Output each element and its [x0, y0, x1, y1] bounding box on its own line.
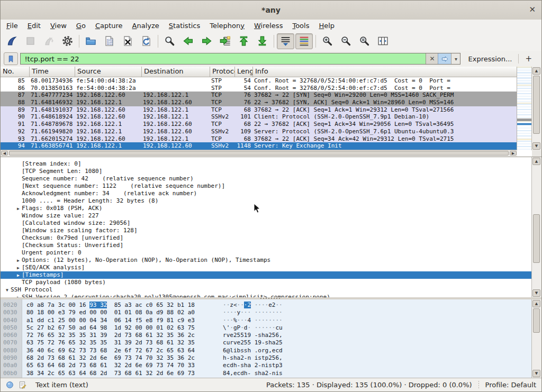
hex-row[interactable]: 009068 2d 73 68 61 32 2d 6e 69 73 74 70 …: [1, 354, 532, 362]
capture-restart-button[interactable]: [40, 33, 58, 49]
menu-capture[interactable]: Capture: [91, 21, 128, 31]
packet-row[interactable]: 9171.648789678192.168.122.1192.168.122.6…: [1, 121, 517, 128]
capture-stop-button[interactable]: [22, 33, 39, 49]
menu-help[interactable]: Help: [314, 21, 339, 31]
scroll-down-icon[interactable]: ▼: [532, 370, 540, 377]
bytes-vscrollbar[interactable]: ▲ ▼: [531, 299, 541, 378]
hex-row[interactable]: 003080 18 00 e3 79 ed 00 00 01 01 08 0a …: [1, 309, 532, 316]
hex-row[interactable]: 0040a1 dd c1 25 00 00 04 34 06 14 f5 e8 …: [1, 317, 532, 324]
scroll-down-icon[interactable]: ▼: [532, 142, 540, 150]
open-file-button[interactable]: [82, 33, 100, 49]
zoom-in-button[interactable]: [319, 33, 336, 49]
filter-clear-icon[interactable]: ✕: [426, 53, 438, 64]
detail-vscroll-thumb[interactable]: [533, 214, 540, 263]
tree-expander-right-icon[interactable]: ▶: [15, 272, 22, 279]
go-forward-button[interactable]: [198, 33, 215, 49]
detail-line[interactable]: Window size value: 227: [1, 212, 532, 220]
packet-row[interactable]: 8871.648146932192.168.122.1192.168.122.6…: [1, 99, 517, 106]
column-header-destination[interactable]: Destination: [142, 67, 210, 77]
column-header-protocol[interactable]: Protocol: [210, 67, 235, 77]
detail-line[interactable]: ▶[Timestamps]: [1, 271, 532, 279]
detail-line[interactable]: ▼SSH Protocol: [1, 286, 532, 294]
packet-row[interactable]: 8568.001734936fe:54:00:d4:38:2aSTP54Conf…: [1, 77, 517, 85]
auto-scroll-button[interactable]: [277, 33, 294, 49]
go-back-button[interactable]: [179, 33, 197, 49]
hex-row[interactable]: 0020c0 a8 7a 3c 00 16 93 32 85 a3 ac c0 …: [1, 302, 532, 309]
hex-row[interactable]: 00b038 34 2c 65 63 64 68 2d 73 68 61 32 …: [1, 370, 532, 377]
packet-list-hscrollbar[interactable]: ◀ ▶: [1, 150, 517, 157]
scroll-up-icon[interactable]: ▲: [532, 158, 540, 165]
packet-row[interactable]: 9471.663856741192.168.122.1192.168.122.6…: [1, 142, 517, 150]
column-header-time[interactable]: Time: [30, 67, 75, 77]
menu-analyze[interactable]: Analyze: [128, 21, 164, 31]
scroll-down-icon[interactable]: ▼: [532, 289, 540, 297]
expert-info-button[interactable]: [6, 381, 14, 389]
scroll-left-icon[interactable]: ◀: [1, 151, 8, 156]
detail-line[interactable]: Urgent pointer: 0: [1, 249, 532, 257]
save-file-button[interactable]: 010101100011: [101, 33, 118, 49]
column-header-no[interactable]: No.: [1, 67, 30, 77]
menu-edit[interactable]: Edit: [23, 21, 46, 31]
packet-row[interactable]: 9371.662015274192.168.122.60192.168.122.…: [1, 135, 517, 143]
detail-line[interactable]: ▶[SEQ/ACK analysis]: [1, 264, 532, 271]
hex-row[interactable]: 008036 40 6c 69 62 73 73 68 2e 6f 72 67 …: [1, 347, 532, 354]
display-filter-field[interactable]: !tcp.port == 22 ✕ ▾: [20, 53, 460, 65]
close-icon[interactable]: ✕: [529, 5, 536, 14]
menu-file[interactable]: File: [2, 21, 23, 31]
capture-options-button[interactable]: [59, 33, 76, 49]
display-filter-input[interactable]: !tcp.port == 22: [21, 55, 426, 63]
go-last-button[interactable]: [254, 33, 271, 49]
expression-button[interactable]: Expression...: [460, 55, 518, 63]
hex-row[interactable]: 00505c 27 b2 67 50 ad 64 98 1d 92 00 00 …: [1, 324, 532, 332]
filter-add-button[interactable]: +: [519, 54, 538, 63]
colorize-button[interactable]: [295, 33, 313, 49]
resize-columns-button[interactable]: [374, 33, 392, 49]
tree-expander-right-icon[interactable]: ▶: [15, 265, 22, 272]
detail-line[interactable]: [TCP Segment Len: 1080]: [1, 168, 532, 175]
detail-line[interactable]: ▶Flags: 0x018 (PSH, ACK): [1, 205, 532, 212]
menu-go[interactable]: Go: [71, 21, 91, 31]
hex-row[interactable]: 00a065 63 64 68 2d 73 68 61 32 2d 6e 69 …: [1, 362, 532, 369]
go-first-button[interactable]: [235, 33, 252, 49]
find-packet-button[interactable]: [161, 33, 178, 49]
status-profile[interactable]: Profile: Default: [485, 381, 536, 389]
reload-file-button[interactable]: [138, 33, 155, 49]
zoom-100-button[interactable]: [356, 33, 373, 49]
packet-list-hscroll-thumb[interactable]: [9, 151, 509, 156]
scroll-right-icon[interactable]: ▶: [510, 151, 517, 156]
go-to-packet-button[interactable]: [216, 33, 234, 49]
detail-line[interactable]: [Calculated window size: 29056]: [1, 220, 532, 227]
menu-telephony[interactable]: Telephony: [205, 21, 249, 31]
filter-dropdown-caret[interactable]: ▾: [451, 53, 460, 64]
detail-line[interactable]: ▶Options: (12 bytes), No-Operation (NOP)…: [1, 257, 532, 264]
detail-line[interactable]: Acknowledgment number: 34 (relative ack …: [1, 190, 532, 197]
packet-row[interactable]: 8670.013850163fe:54:00:d4:38:2aSTP54Conf…: [1, 85, 517, 92]
detail-line[interactable]: [Next sequence number: 1122 (relative se…: [1, 183, 532, 190]
detail-line[interactable]: [Stream index: 0]: [1, 160, 532, 168]
packet-row[interactable]: 8771.647777234192.168.122.60192.168.122.…: [1, 92, 517, 99]
bytes-vscroll-thumb[interactable]: [533, 308, 540, 333]
zoom-out-button[interactable]: [337, 33, 355, 49]
detail-line[interactable]: 1000 .... = Header Length: 32 bytes (8): [1, 197, 532, 205]
filter-apply-button[interactable]: [438, 53, 451, 64]
packet-row[interactable]: 9071.648618924192.168.122.60192.168.122.…: [1, 113, 517, 121]
detail-line[interactable]: Checksum: 0x79ed [unverified]: [1, 234, 532, 242]
packet-list-minimap[interactable]: [517, 67, 532, 150]
packet-row[interactable]: 9271.661949820192.168.122.1192.168.122.6…: [1, 128, 517, 135]
detail-line[interactable]: [Checksum Status: Unverified]: [1, 242, 532, 249]
filter-bookmark-button[interactable]: [4, 52, 18, 65]
detail-line[interactable]: ▶SSH Version 2 (encryption:chacha20-poly…: [1, 294, 532, 297]
column-header-length[interactable]: Length: [235, 67, 253, 77]
menu-tools[interactable]: Tools: [287, 21, 314, 31]
tree-expander-right-icon[interactable]: ▶: [15, 205, 22, 213]
menu-wireless[interactable]: Wireless: [249, 21, 287, 31]
detail-line[interactable]: [Window size scaling factor: 128]: [1, 227, 532, 234]
packet-list-vscrollbar[interactable]: ▲ ▼: [531, 67, 541, 150]
close-file-button[interactable]: [119, 33, 137, 49]
detail-line[interactable]: TCP payload (1080 bytes): [1, 279, 532, 286]
menu-view[interactable]: View: [46, 21, 71, 31]
menu-statistics[interactable]: Statistics: [164, 21, 205, 31]
packet-list-vscroll-thumb[interactable]: [533, 76, 540, 134]
tree-expander-down-icon[interactable]: ▼: [4, 287, 11, 294]
minimap-viewport[interactable]: [517, 118, 532, 121]
